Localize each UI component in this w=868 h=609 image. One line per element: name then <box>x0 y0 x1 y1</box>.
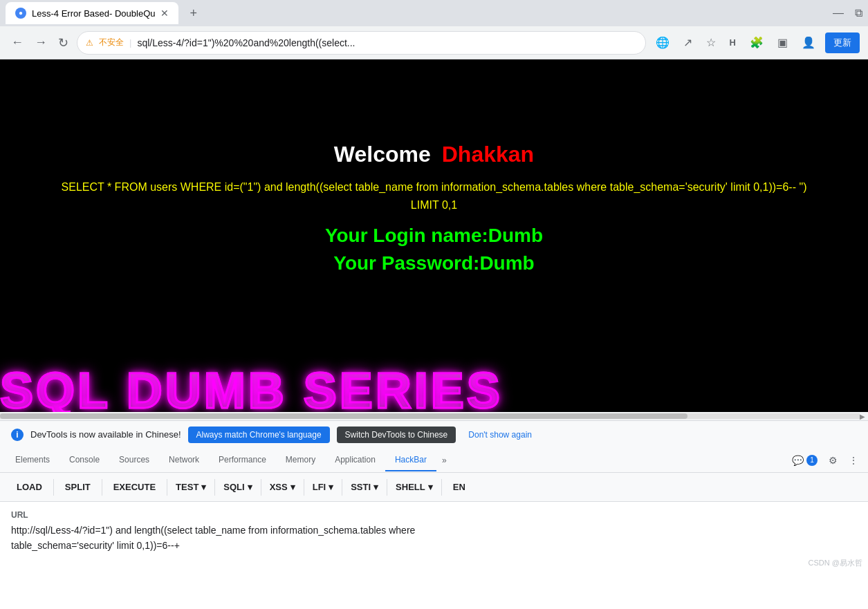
address-text: sql/Less-4/?id=1")%20%20and%20length((se… <box>137 37 636 48</box>
url-value: http://sql/Less-4/?id=1") and length((se… <box>11 523 857 554</box>
scrollbar-thumb[interactable] <box>0 413 687 419</box>
login-name-text: Your Login name:Dumb <box>325 225 543 247</box>
horizontal-scrollbar[interactable]: ▶ <box>0 412 868 420</box>
tab-network[interactable]: Network <box>159 449 209 471</box>
tab-performance[interactable]: Performance <box>209 449 276 471</box>
hackbar-execute-btn[interactable]: EXECUTE <box>102 476 167 498</box>
translate-icon[interactable]: 🌐 <box>652 32 674 53</box>
window-maximize-icon[interactable]: ⧉ <box>855 7 862 19</box>
hackbar-lfi-btn[interactable]: LFI ▾ <box>304 476 342 498</box>
forward-btn[interactable]: → <box>32 32 50 53</box>
hackbar-ssti-btn[interactable]: SSTI ▾ <box>342 476 387 498</box>
password-text: Your Password:Dumb <box>333 252 534 274</box>
share-icon[interactable]: ↗ <box>679 32 696 53</box>
tab-hackbar[interactable]: HackBar <box>385 449 436 471</box>
insecure-label: 不安全 <box>99 37 124 48</box>
profile-icon[interactable]: 👤 <box>797 32 820 53</box>
address-input[interactable]: ⚠ 不安全 | sql/Less-4/?id=1")%20%20and%20le… <box>77 31 646 55</box>
refresh-btn[interactable]: ↻ <box>55 32 71 53</box>
dont-show-again-btn[interactable]: Don't show again <box>463 427 537 443</box>
ssti-dropdown-icon: ▾ <box>373 482 378 492</box>
url-section: URL http://sql/Less-4/?id=1") and length… <box>0 502 868 571</box>
settings-icon: ⚙ <box>829 455 838 466</box>
new-tab-btn[interactable]: + <box>184 3 203 24</box>
info-icon: i <box>11 429 24 441</box>
layout-icon[interactable]: ▣ <box>773 32 792 53</box>
watermark: CSDN @易水哲 <box>809 558 862 568</box>
chat-badge: 1 <box>806 455 818 466</box>
toolbar-icons: 🌐 ↗ ☆ H 🧩 ▣ 👤 更新 <box>652 32 860 53</box>
window-minimize-icon[interactable]: — <box>833 7 844 19</box>
more-options-icon: ⋮ <box>849 455 858 466</box>
devtools-tab-bar: Elements Console Sources Network Perform… <box>0 448 868 473</box>
url-area: URL http://sql/Less-4/?id=1") and length… <box>0 502 868 571</box>
welcome-line: Welcome Dhakkan <box>334 142 534 167</box>
banner-text: SQL DUMB SERIES <box>0 362 503 412</box>
test-dropdown-icon: ▾ <box>201 482 206 492</box>
welcome-text: Welcome <box>334 142 431 167</box>
chat-icon: 💬 <box>792 455 804 466</box>
tab-console[interactable]: Console <box>59 449 109 471</box>
hackbar-en-btn[interactable]: EN <box>442 476 477 498</box>
tab-close-btn[interactable]: ✕ <box>160 8 169 19</box>
devtools-tab-icons: 💬 1 ⚙ ⋮ <box>788 452 862 469</box>
settings-btn[interactable]: ⚙ <box>824 452 842 469</box>
url-value-line2: table_schema='security' limit 0,1))=6--+ <box>11 540 180 551</box>
window-controls: — ⧉ <box>833 7 862 19</box>
dhakkan-text: Dhakkan <box>442 142 534 167</box>
bookmark-icon[interactable]: ☆ <box>702 32 720 53</box>
hackbar-extension-icon[interactable]: H <box>726 33 740 52</box>
address-separator: | <box>129 37 131 48</box>
always-match-btn[interactable]: Always match Chrome's language <box>188 427 330 443</box>
devtools-message: DevTools is now available in Chinese! <box>30 429 181 440</box>
tab-favicon: ● <box>15 8 26 19</box>
more-tabs-btn[interactable]: » <box>436 450 452 471</box>
update-btn[interactable]: 更新 <box>825 32 860 53</box>
tab-elements[interactable]: Elements <box>6 449 59 471</box>
sqli-dropdown-icon: ▾ <box>248 482 252 492</box>
extensions-icon[interactable]: 🧩 <box>746 32 768 53</box>
active-tab[interactable]: ● Less-4 Error Based- DoubleQu ✕ <box>6 2 178 24</box>
info-symbol: i <box>16 430 18 440</box>
security-warning-icon: ⚠ <box>86 38 93 48</box>
scroll-right-arrow[interactable]: ▶ <box>860 413 868 420</box>
devtools-language-banner: i DevTools is now available in Chinese! … <box>0 420 868 448</box>
tab-application[interactable]: Application <box>325 449 385 471</box>
chat-btn[interactable]: 💬 1 <box>788 452 822 469</box>
tab-title: Less-4 Error Based- DoubleQu <box>32 8 155 19</box>
hackbar-test-btn[interactable]: TEST ▾ <box>167 476 214 498</box>
url-label: URL <box>11 510 857 520</box>
url-value-line1: http://sql/Less-4/?id=1") and length((se… <box>11 525 415 536</box>
addressbar: ← → ↻ ⚠ 不安全 | sql/Less-4/?id=1")%20%20an… <box>0 26 868 59</box>
hackbar-sqli-btn[interactable]: SQLI ▾ <box>215 476 260 498</box>
hackbar-xss-btn[interactable]: XSS ▾ <box>261 476 304 498</box>
hackbar-load-btn[interactable]: LOAD <box>6 476 53 498</box>
sql-query-text: SELECT * FROM users WHERE id=("1") and l… <box>54 178 815 214</box>
back-btn[interactable]: ← <box>8 32 26 53</box>
webpage-content: Welcome Dhakkan SELECT * FROM users WHER… <box>0 59 868 357</box>
lfi-dropdown-icon: ▾ <box>329 482 333 492</box>
tab-memory[interactable]: Memory <box>276 449 325 471</box>
hackbar-toolbar: LOAD SPLIT EXECUTE TEST ▾ SQLI ▾ XSS ▾ L… <box>0 473 868 502</box>
hackbar-split-btn[interactable]: SPLIT <box>54 476 102 498</box>
tab-sources[interactable]: Sources <box>109 449 159 471</box>
sql-dumb-banner: SQL DUMB SERIES <box>0 357 868 412</box>
titlebar: ● Less-4 Error Based- DoubleQu ✕ + — ⧉ <box>0 0 868 26</box>
scrollbar-track[interactable] <box>0 413 860 419</box>
more-options-btn[interactable]: ⋮ <box>844 452 862 469</box>
hackbar-shell-btn[interactable]: SHELL ▾ <box>387 476 441 498</box>
shell-dropdown-icon: ▾ <box>428 482 433 492</box>
switch-to-chinese-btn[interactable]: Switch DevTools to Chinese <box>337 427 456 443</box>
xss-dropdown-icon: ▾ <box>290 482 295 492</box>
